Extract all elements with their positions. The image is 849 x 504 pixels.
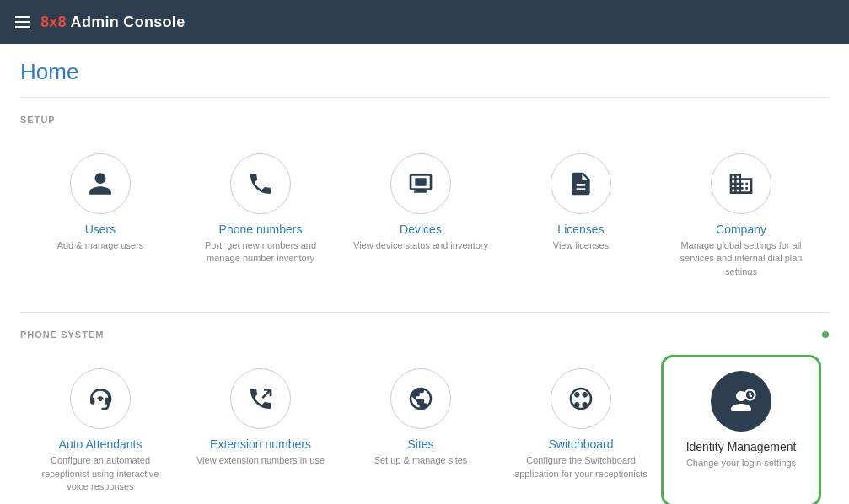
- licenses-desc: View licenses: [553, 239, 609, 252]
- card-devices[interactable]: Devices View device status and inventory: [341, 140, 501, 292]
- switchboard-title: Switchboard: [548, 437, 613, 451]
- phone-numbers-icon-circle: [230, 153, 291, 214]
- company-desc: Manage global settings for all services …: [671, 239, 811, 278]
- identity-management-title: Identity Management: [686, 440, 797, 453]
- app-header: 8x8 Admin Console: [0, 0, 849, 44]
- setup-cards-grid: Users Add & manage users Phone numbers P…: [20, 140, 829, 292]
- users-icon-circle: [70, 153, 131, 214]
- switchboard-desc: Configure the Switchboard application fo…: [511, 454, 651, 480]
- section-divider: [20, 312, 829, 313]
- licenses-icon-circle: [551, 153, 611, 214]
- sites-title: Sites: [407, 437, 433, 451]
- user-icon: [87, 170, 114, 197]
- phone-numbers-desc: Port, get new numbers and manage number …: [191, 239, 330, 265]
- company-title: Company: [716, 223, 766, 236]
- licenses-title: Licenses: [557, 223, 604, 236]
- page-title: Home: [20, 44, 829, 98]
- phone-system-cards-grid: Auto Attendants Configure an automated r…: [20, 355, 829, 504]
- app-name-rest: Admin Console: [71, 13, 185, 30]
- svg-rect-0: [415, 178, 426, 185]
- users-title: Users: [85, 223, 116, 236]
- switchboard-icon: [567, 385, 594, 412]
- users-desc: Add & manage users: [57, 239, 144, 252]
- card-company[interactable]: Company Manage global settings for all s…: [661, 140, 821, 292]
- license-icon: [567, 170, 594, 197]
- card-identity-management[interactable]: Identity Management Change your login se…: [661, 355, 821, 504]
- devices-desc: View device status and inventory: [353, 239, 488, 252]
- card-licenses[interactable]: Licenses View licenses: [501, 140, 661, 292]
- company-icon-circle: [711, 153, 771, 214]
- devices-title: Devices: [400, 223, 442, 236]
- extension-icon: [247, 385, 274, 412]
- status-dot: [822, 331, 829, 338]
- setup-section-label: SETUP: [20, 115, 829, 125]
- globe-icon: [407, 385, 434, 412]
- main-content: Home SETUP Users Add & manage users Phon…: [0, 44, 849, 504]
- card-phone-numbers[interactable]: Phone numbers Port, get new numbers and …: [180, 140, 341, 292]
- phone-system-header: PHONE SYSTEM: [20, 330, 829, 340]
- app-title: 8x8 Admin Console: [40, 13, 185, 31]
- auto-attendants-icon-circle: [70, 368, 131, 429]
- brand-name: 8x8: [40, 13, 67, 30]
- sites-desc: Set up & manage sites: [374, 454, 468, 467]
- card-users[interactable]: Users Add & manage users: [20, 140, 180, 292]
- switchboard-icon-circle: [551, 368, 611, 429]
- extension-numbers-desc: View extension numbers in use: [196, 454, 325, 467]
- menu-button[interactable]: [15, 16, 30, 28]
- auto-attendants-title: Auto Attendants: [59, 437, 142, 451]
- headset-icon: [87, 385, 114, 412]
- card-switchboard[interactable]: Switchboard Configure the Switchboard ap…: [501, 355, 661, 504]
- phone-icon: [247, 170, 274, 197]
- sites-icon-circle: [390, 368, 451, 429]
- devices-icon-circle: [390, 153, 451, 214]
- building-icon: [728, 170, 755, 197]
- device-icon: [407, 170, 434, 197]
- card-auto-attendants[interactable]: Auto Attendants Configure an automated r…: [20, 355, 180, 504]
- card-extension-numbers[interactable]: Extension numbers View extension numbers…: [180, 355, 341, 504]
- auto-attendants-desc: Configure an automated receptionist usin…: [30, 454, 170, 493]
- extension-numbers-title: Extension numbers: [210, 437, 311, 451]
- phone-system-section-label: PHONE SYSTEM: [20, 330, 104, 340]
- identity-icon: [726, 386, 756, 416]
- identity-management-desc: Change your login settings: [686, 457, 796, 469]
- extension-numbers-icon-circle: [230, 368, 291, 429]
- identity-management-icon-circle: [711, 371, 771, 432]
- phone-numbers-title: Phone numbers: [219, 223, 303, 236]
- card-sites[interactable]: Sites Set up & manage sites: [341, 355, 501, 504]
